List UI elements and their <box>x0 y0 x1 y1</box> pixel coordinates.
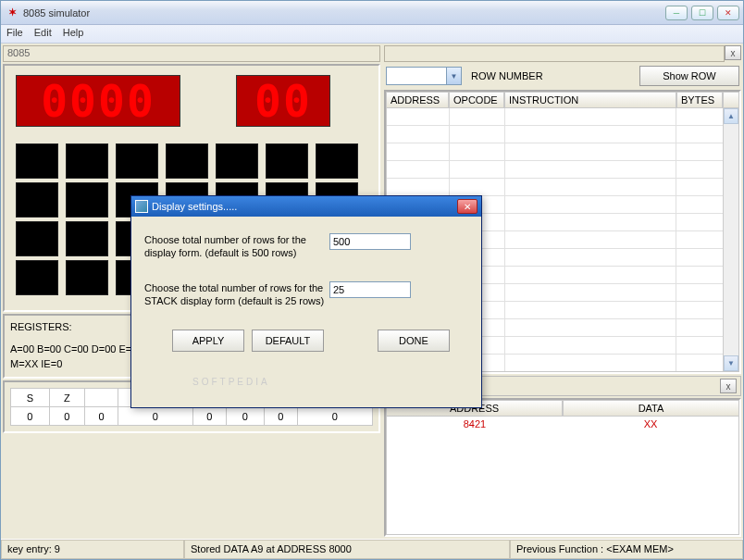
keypad-key[interactable] <box>116 143 158 179</box>
keypad-key[interactable] <box>216 143 258 179</box>
content-area: 8085 0000 00 REGISTERS: A=00 B=00 C=00 D… <box>1 44 743 539</box>
col-scroll-corner <box>723 92 739 108</box>
left-panel-title: 8085 <box>3 45 380 62</box>
apply-button[interactable]: APPLY <box>172 330 244 352</box>
dialog-title: Display settings..... <box>152 201 237 212</box>
app-icon: ✶ <box>5 6 19 20</box>
status-stored-data: Stored DATA A9 at ADDRESS 8000 <box>184 540 510 559</box>
rows-stack-input[interactable] <box>329 281 411 298</box>
led-address-display: 0000 <box>16 75 180 127</box>
keypad-key[interactable] <box>16 221 58 256</box>
dialog-body: Choose total number of rows for the disp… <box>131 217 481 407</box>
scrollbar[interactable]: ▲ ▼ <box>723 108 738 371</box>
keypad-key[interactable] <box>66 143 108 179</box>
done-button[interactable]: DONE <box>378 330 450 352</box>
col-opcode[interactable]: OPCODE <box>449 92 504 108</box>
window-title: 8085 simulator <box>23 7 665 19</box>
stack-body[interactable]: 8421 XX <box>386 417 739 535</box>
titlebar[interactable]: ✶ 8085 simulator ─ ☐ ✕ <box>1 1 743 25</box>
keypad-key[interactable] <box>166 143 208 179</box>
row-number-label: ROW NUMBER <box>465 70 636 81</box>
window-controls: ─ ☐ ✕ <box>665 6 739 20</box>
row-number-combo[interactable]: ▼ <box>386 67 462 85</box>
display-settings-dialog: Display settings..... ✕ Choose total num… <box>130 195 482 408</box>
rows-stack-label: Choose the total number of rows for the … <box>144 281 329 307</box>
flag-value: 0 <box>118 407 192 426</box>
flag-value: 0 <box>226 407 265 426</box>
scroll-down-icon[interactable]: ▼ <box>724 355 738 371</box>
flag-header <box>85 389 118 407</box>
col-bytes[interactable]: BYTES <box>676 92 723 108</box>
dialog-close-button[interactable]: ✕ <box>457 199 477 214</box>
stack-data-value: XX <box>563 417 738 534</box>
menu-help[interactable]: Help <box>63 27 84 41</box>
show-row-button[interactable]: Show ROW <box>639 66 739 86</box>
stack-col-data[interactable]: DATA <box>563 400 739 417</box>
minimize-button[interactable]: ─ <box>665 6 688 20</box>
stack-close-button[interactable]: x <box>720 379 737 393</box>
flag-value: 0 <box>85 407 118 426</box>
flag-value: 0 <box>265 407 298 426</box>
keypad-key[interactable] <box>66 260 108 295</box>
watermark: SOFTPEDIA <box>192 377 270 387</box>
main-window: ✶ 8085 simulator ─ ☐ ✕ File Edit Help 80… <box>0 0 744 560</box>
flag-header: S <box>11 389 50 407</box>
flag-value: 0 <box>49 407 85 426</box>
flag-value: 0 <box>297 407 372 426</box>
keypad-key[interactable] <box>16 182 58 218</box>
keypad-key[interactable] <box>16 260 58 295</box>
status-key-entry: key entry: 9 <box>1 540 184 559</box>
flag-value: 0 <box>11 407 50 426</box>
keypad-key[interactable] <box>66 221 108 256</box>
rows-display-label: Choose total number of rows for the disp… <box>144 233 329 259</box>
statusbar: key entry: 9 Stored DATA A9 at ADDRESS 8… <box>1 539 743 559</box>
keypad-key[interactable] <box>66 182 108 218</box>
col-address[interactable]: ADDRESS <box>386 92 449 108</box>
row-input-bar: ▼ ROW NUMBER Show ROW <box>384 64 741 88</box>
flag-value: 0 <box>192 407 226 426</box>
dialog-icon <box>135 200 148 213</box>
stack-address-value: 8421 <box>387 417 563 534</box>
default-button[interactable]: DEFAULT <box>252 330 324 352</box>
dialog-titlebar[interactable]: Display settings..... ✕ <box>131 196 481 217</box>
close-button[interactable]: ✕ <box>717 6 739 20</box>
stack-frame: ADDRESS DATA 8421 XX <box>384 398 741 537</box>
scroll-up-icon[interactable]: ▲ <box>724 108 738 124</box>
right-panel-title <box>384 45 725 62</box>
panel-close-button[interactable]: x <box>725 45 741 60</box>
menubar: File Edit Help <box>1 25 743 44</box>
led-data-display: 00 <box>236 75 330 127</box>
keypad-key[interactable] <box>266 143 308 179</box>
keypad-key[interactable] <box>316 143 358 179</box>
flag-header: Z <box>49 389 85 407</box>
rows-display-input[interactable] <box>329 233 411 250</box>
maximize-button[interactable]: ☐ <box>691 6 713 20</box>
chevron-down-icon[interactable]: ▼ <box>446 68 461 84</box>
col-instruction[interactable]: INSTRUCTION <box>504 92 676 108</box>
status-previous-function: Previous Function : <EXAM MEM> <box>510 540 743 559</box>
keypad-key[interactable] <box>16 143 58 179</box>
menu-edit[interactable]: Edit <box>34 27 52 41</box>
menu-file[interactable]: File <box>6 27 23 41</box>
instruction-table-header: ADDRESS OPCODE INSTRUCTION BYTES <box>386 92 739 108</box>
